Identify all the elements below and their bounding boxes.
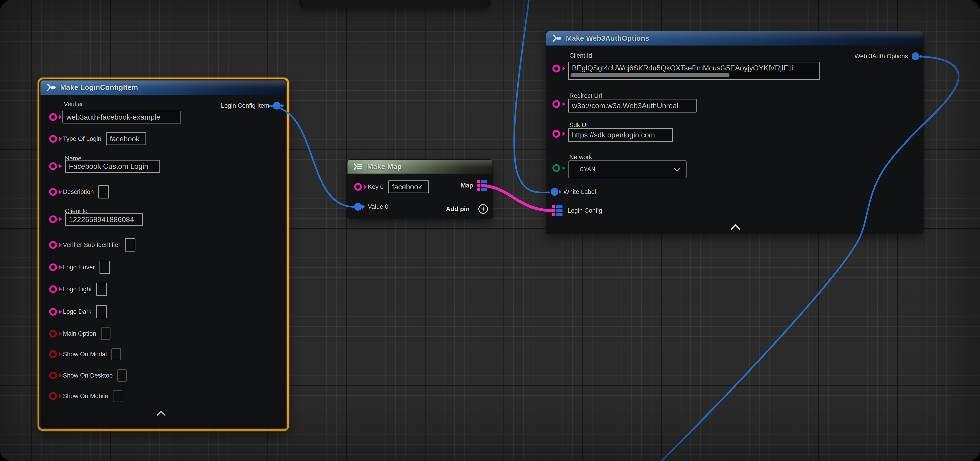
client-id-scrollbar[interactable] <box>571 73 730 77</box>
node-header[interactable]: Make Web3AuthOptions <box>546 31 923 46</box>
field-label-show-on-desktop: Show On Desktop <box>63 372 113 379</box>
wire-map-to-loginconfig[interactable] <box>482 186 553 211</box>
field-label-sdk-url: Sdk Url <box>570 122 590 129</box>
logo-dark-input[interactable] <box>96 305 107 318</box>
node-title: Make LoginConfigItem <box>60 83 138 92</box>
field-row-logo-dark: Logo Dark <box>49 305 107 318</box>
field-label-login-config: Login Config <box>568 207 602 214</box>
node-title: Make Map <box>367 162 402 171</box>
field-label-logo-dark: Logo Dark <box>63 308 92 315</box>
logo-hover-pin[interactable] <box>49 264 57 271</box>
field-row-logo-light: Logo Light <box>49 283 107 296</box>
node-make-loginconfigitem-body[interactable]: Make LoginConfigItem Login Config Item V… <box>40 81 286 428</box>
make-struct-icon <box>552 34 562 43</box>
node-make-web3authoptions[interactable]: Make Web3AuthOptions Web 3Auth Options C… <box>546 31 923 234</box>
main-option-checkbox[interactable] <box>101 327 110 340</box>
field-label-description: Description <box>63 188 94 196</box>
make-struct-icon <box>46 83 56 92</box>
node-header[interactable]: Make Map <box>347 160 493 173</box>
field-label-verifier-sub-identifier: Verifier Sub Identifier <box>63 242 120 248</box>
blueprint-graph-canvas[interactable]: Make LoginConfigItem Login Config Item V… <box>0 0 980 461</box>
client-id-pin[interactable] <box>552 65 560 73</box>
field-label-network: Network <box>570 154 592 161</box>
type-of-login-pin[interactable] <box>49 135 57 143</box>
add-pin-plus-icon[interactable] <box>478 204 488 214</box>
node-make-loginconfigitem[interactable]: Make LoginConfigItem Login Config Item V… <box>38 78 289 431</box>
description-input[interactable] <box>99 185 109 199</box>
show-on-modal-checkbox[interactable] <box>111 348 121 360</box>
type-of-login-input[interactable]: facebook <box>106 132 146 145</box>
field-label-logo-light: Logo Light <box>63 286 92 293</box>
name-input[interactable]: Facebook Custom Login <box>65 160 160 173</box>
client-id-input[interactable]: 1222658941886084 <box>65 213 143 226</box>
verifier-sub-identifier-pin[interactable] <box>49 241 57 249</box>
node-title: Make Web3AuthOptions <box>566 34 649 43</box>
network-selected-value: CYAN <box>580 166 595 172</box>
collapse-node-chevron-icon[interactable] <box>156 410 166 420</box>
field-row-main-option: Main Option <box>49 327 110 340</box>
field-label-logo-hover: Logo Hover <box>63 264 95 271</box>
logo-hover-input[interactable] <box>100 261 110 274</box>
redirect-url-input[interactable]: w3a://com.w3a.Web3AuthUnreal <box>568 99 697 113</box>
main-option-pin[interactable] <box>49 330 57 337</box>
field-label-show-on-modal: Show On Modal <box>63 351 107 358</box>
output-row-web3auth-options: Web 3Auth Options <box>854 50 920 62</box>
key0-input[interactable]: facebook <box>388 180 429 193</box>
show-on-desktop-checkbox[interactable] <box>117 369 127 382</box>
white-label-pin[interactable] <box>550 188 558 196</box>
add-pin-label: Add pin <box>446 205 469 213</box>
show-on-desktop-pin[interactable] <box>49 372 57 379</box>
field-row-logo-hover: Logo Hover <box>49 261 110 274</box>
redirect-url-pin[interactable] <box>552 100 560 108</box>
logo-light-pin[interactable] <box>49 285 57 293</box>
field-label-value0: Value 0 <box>368 203 388 210</box>
field-row-value0: Value 0 <box>354 200 393 213</box>
collapse-node-chevron-icon[interactable] <box>731 224 740 234</box>
network-pin[interactable] <box>552 164 560 172</box>
field-row-show-on-desktop: Show On Desktop <box>49 369 127 382</box>
field-row-show-on-mobile: Show On Mobile <box>49 389 123 402</box>
field-label-key0: Key 0 <box>368 183 383 191</box>
network-dropdown[interactable]: CYAN <box>568 160 687 178</box>
client-id-input[interactable]: BEglQSgt4cUWcj6SKRdu5QkOXTsePmMcusG5EAoy… <box>568 62 820 80</box>
field-row-type-of-login: Type Of Login facebook <box>49 132 146 145</box>
offscreen-node-bottom[interactable] <box>300 0 490 7</box>
make-map-icon <box>353 162 363 171</box>
client-id-pin[interactable] <box>49 215 57 223</box>
node-make-map[interactable]: Make Map Key 0 facebook Map Value 0 Add … <box>347 160 493 219</box>
blueprint-editor: Make LoginConfigItem Login Config Item V… <box>0 0 980 461</box>
show-on-mobile-checkbox[interactable] <box>113 390 123 402</box>
client-id-value: BEglQSgt4cUWcj6SKRdu5QkOXTsePmMcusG5EAoy… <box>572 64 794 72</box>
sdk-url-input[interactable]: https://sdk.openlogin.com <box>568 128 673 142</box>
sdk-url-pin[interactable] <box>552 130 560 138</box>
field-label-verifier: Verifier <box>64 101 83 108</box>
field-label-main-option: Main Option <box>63 330 96 337</box>
show-on-modal-pin[interactable] <box>49 350 57 358</box>
field-row-white-label: White Label <box>550 186 601 198</box>
field-label-show-on-mobile: Show On Mobile <box>63 393 108 400</box>
field-row-show-on-modal: Show On Modal <box>49 348 121 361</box>
key0-pin[interactable] <box>354 183 362 191</box>
field-label-type-of-login: Type Of Login <box>63 135 101 143</box>
output-pin-label: Map <box>461 182 473 189</box>
field-label-client-id: Client Id <box>570 52 592 59</box>
verifier-input[interactable]: web3auth-facebook-example <box>62 111 181 124</box>
description-pin[interactable] <box>49 188 57 196</box>
output-pin-label: Web 3Auth Options <box>854 53 908 60</box>
wire-top-to-whitelabel[interactable] <box>514 0 549 192</box>
field-row-description: Description <box>49 186 109 198</box>
field-label-white-label: White Label <box>563 188 596 196</box>
name-pin[interactable] <box>49 162 57 170</box>
node-header[interactable]: Make LoginConfigItem <box>40 81 286 95</box>
field-row-verifier-sub-identifier: Verifier Sub Identifier <box>49 238 135 251</box>
logo-light-input[interactable] <box>96 283 107 296</box>
field-row-key0: Key 0 facebook <box>354 180 429 193</box>
verifier-pin[interactable] <box>49 113 57 121</box>
field-row-login-config: Login Config <box>552 204 607 217</box>
output-pin-label: Login Config Item <box>221 102 269 109</box>
add-pin-control[interactable]: Add pin <box>446 203 488 215</box>
show-on-mobile-pin[interactable] <box>49 392 57 400</box>
field-label-redirect-url: Redirect Url <box>570 92 602 100</box>
verifier-sub-identifier-input[interactable] <box>125 238 135 251</box>
logo-dark-pin[interactable] <box>49 308 57 316</box>
